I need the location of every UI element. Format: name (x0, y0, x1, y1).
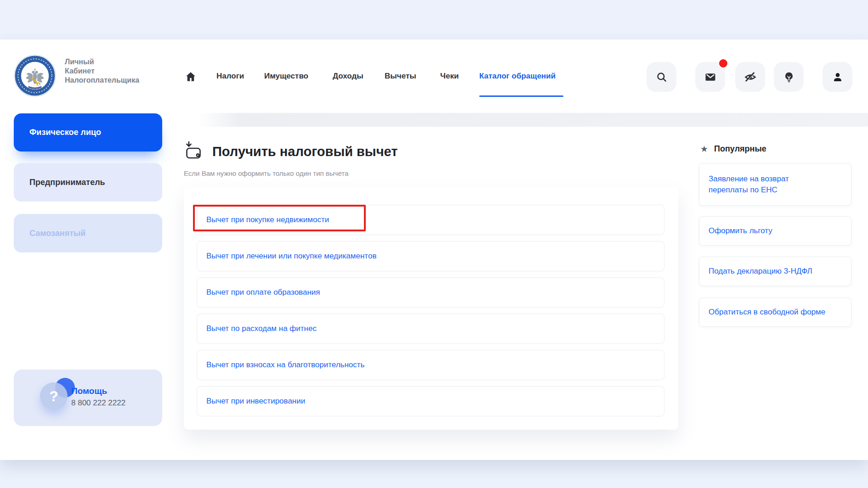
deduction-item-investment[interactable]: Вычет при инвестировании (197, 386, 664, 416)
page-title: Получить налоговый вычет (212, 143, 397, 160)
deduction-link[interactable]: Вычет при лечении или покупке медикамент… (206, 252, 376, 261)
popular-link[interactable]: Подать декларацию 3-НДФЛ (709, 266, 812, 277)
profile-self-employed-label: Самозанятый (29, 229, 85, 238)
popular-link[interactable]: Оформить льготу (709, 225, 772, 236)
home-icon[interactable] (183, 69, 199, 84)
deduction-wallet-icon (184, 140, 203, 161)
popular-item-ens-refund[interactable]: Заявление на возврат переплаты по ЕНС (699, 163, 851, 206)
profile-entrepreneur-label: Предприниматель (29, 178, 105, 187)
popular-link[interactable]: Заявление на возврат переплаты по ЕНС (709, 174, 823, 196)
accessibility-button[interactable] (735, 62, 765, 92)
profile-individual-label: Физическое лицо (29, 128, 101, 137)
star-icon: ★ (700, 145, 708, 153)
fns-logo-icon (14, 55, 56, 97)
mail-icon (704, 71, 716, 83)
idea-bulb-icon (783, 71, 795, 83)
popular-item-benefit[interactable]: Оформить льготу (699, 216, 851, 246)
user-icon (832, 71, 844, 83)
deduction-link[interactable]: Вычет при покупке недвижимости (206, 215, 329, 224)
question-mark-icon: ? (40, 382, 68, 410)
profile-self-employed-button[interactable]: Самозанятый (14, 214, 162, 252)
deductions-card: Вычет при покупке недвижимости Вычет при… (184, 187, 678, 430)
profile-individual-button[interactable]: Физическое лицо (14, 113, 162, 151)
deduction-item-property[interactable]: Вычет при покупке недвижимости (197, 205, 664, 235)
deduction-link[interactable]: Вычет при инвестировании (206, 397, 305, 406)
nav-item-taxes[interactable]: Налоги (216, 71, 244, 81)
nav-item-requests-catalog[interactable]: Каталог обращений (479, 71, 556, 81)
header-shadow-band (199, 113, 868, 127)
nav-item-deductions[interactable]: Вычеты (385, 71, 416, 81)
deduction-link[interactable]: Вычет при взносах на благотворительность (206, 360, 364, 370)
popular-title: Популярные (714, 144, 766, 154)
deduction-item-fitness[interactable]: Вычет по расходам на фитнес (197, 314, 664, 344)
tips-button[interactable] (774, 62, 804, 92)
help-card[interactable]: ? Помощь 8 800 222 2222 (14, 370, 162, 426)
brand-title: Личный Кабинет Налогоплательщика (65, 57, 170, 85)
deduction-link[interactable]: Вычет при оплате образования (206, 288, 320, 297)
nav-item-property[interactable]: Имущество (264, 71, 308, 81)
nav-item-income[interactable]: Доходы (333, 71, 363, 81)
help-phone: 8 800 222 2222 (71, 398, 125, 408)
deduction-item-charity[interactable]: Вычет при взносах на благотворительность (197, 350, 664, 380)
notification-dot (719, 59, 727, 67)
popular-header: ★ Популярные (700, 144, 766, 154)
deduction-item-medical[interactable]: Вычет при лечении или покупке медикамент… (197, 241, 664, 271)
search-button[interactable] (647, 62, 676, 92)
vision-off-icon (744, 71, 757, 84)
brand[interactable]: Личный Кабинет Налогоплательщика (14, 55, 56, 97)
profile-entrepreneur-button[interactable]: Предприниматель (14, 163, 162, 202)
popular-item-free-form[interactable]: Обратиться в свободной форме (699, 297, 851, 327)
active-tab-underline (479, 95, 563, 97)
messages-button[interactable] (695, 62, 725, 92)
popular-item-3ndfl[interactable]: Подать декларацию 3-НДФЛ (699, 257, 851, 286)
popular-link[interactable]: Обратиться в свободной форме (709, 307, 825, 318)
help-title: Помощь (71, 386, 107, 396)
nav-item-receipts[interactable]: Чеки (440, 71, 459, 81)
deduction-link[interactable]: Вычет по расходам на фитнес (206, 324, 317, 333)
search-icon (656, 71, 668, 83)
page-subtitle: Если Вам нужно оформить только один тип … (184, 169, 348, 178)
deduction-item-education[interactable]: Вычет при оплате образования (197, 277, 664, 308)
profile-button[interactable] (823, 62, 852, 92)
page: Личный Кабинет Налогоплательщика Налоги … (0, 0, 868, 488)
